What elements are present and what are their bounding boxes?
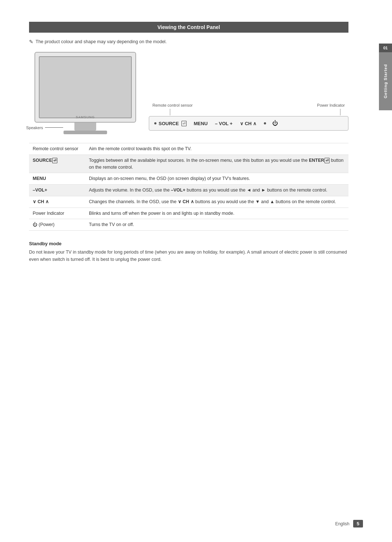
- separator-1: [189, 121, 191, 126]
- table-cell-desc: Turns the TV on or off.: [85, 219, 348, 231]
- table-cell-desc: Changes the channels. In the OSD, use th…: [85, 196, 348, 208]
- section-title: Viewing the Control Panel: [29, 22, 348, 33]
- control-panel-box: SOURCE ⏎ MENU – VOL + ∨ CH ∧ ⏻: [149, 116, 348, 131]
- source-icon-table: ⏎: [52, 158, 57, 163]
- tv-brand: SAMSUNG: [76, 115, 95, 119]
- tv-stand: [74, 123, 96, 131]
- speakers-line: [45, 127, 63, 128]
- dot-left: [154, 122, 156, 124]
- connector-line-left: [170, 109, 170, 115]
- table-cell-label: MENU: [29, 173, 85, 185]
- note-icon: ✎: [29, 39, 33, 45]
- enter-icon-table: ⏎: [324, 158, 330, 163]
- cp-labels-top: Remote control sensor Power Indicator: [149, 103, 348, 107]
- vol-button-label: – VOL +: [215, 121, 233, 126]
- table-row: Power Indicator Blinks and turns off whe…: [29, 208, 348, 219]
- standby-title: Standby mode: [29, 241, 348, 246]
- table-cell-label: Power Indicator: [29, 208, 85, 219]
- table-cell-label: SOURCE⏎: [29, 155, 85, 173]
- table-cell-desc: Displays an on-screen menu, the OSD (on …: [85, 173, 348, 185]
- separator-4: [259, 121, 261, 126]
- tv-illustration: SAMSUNG Speakers: [29, 52, 142, 134]
- table-cell-desc: Blinks and turns off when the power is o…: [85, 208, 348, 219]
- table-cell-label: Remote control sensor: [29, 143, 85, 155]
- diagram-area: SAMSUNG Speakers Remote control sensor P…: [29, 52, 348, 134]
- remote-sensor-label: Remote control sensor: [152, 103, 193, 107]
- separator-3: [235, 121, 237, 126]
- table-cell-label: ⏻ (Power): [29, 219, 85, 231]
- table-row: SOURCE⏎ Toggles between all the availabl…: [29, 155, 348, 173]
- table-cell-label: ∨ CH ∧: [29, 196, 85, 208]
- standby-text: Do not leave your TV in standby mode for…: [29, 249, 348, 263]
- table-cell-label: –VOL+: [29, 185, 85, 196]
- table-cell-desc: Aim the remote control towards this spot…: [85, 143, 348, 155]
- footer-language: English: [335, 521, 349, 526]
- speakers-label: Speakers: [26, 126, 43, 130]
- control-panel-diagram: Remote control sensor Power Indicator SO…: [142, 103, 348, 134]
- table-row: ⏻ (Power) Turns the TV on or off.: [29, 219, 348, 231]
- tv-screen-outer: SAMSUNG: [34, 52, 136, 123]
- separator-5: [269, 121, 270, 126]
- control-table: Remote control sensor Aim the remote con…: [29, 143, 348, 231]
- separator-2: [210, 121, 212, 126]
- standby-section: Standby mode Do not leave your TV in sta…: [29, 241, 348, 263]
- page-number: 5: [353, 520, 363, 527]
- power-button-icon: ⏻: [272, 120, 278, 127]
- table-row: ∨ CH ∧ Changes the channels. In the OSD,…: [29, 196, 348, 208]
- table-row: –VOL+ Adjusts the volume. In the OSD, us…: [29, 185, 348, 196]
- source-icon: ⏎: [181, 121, 187, 126]
- table-cell-desc: Adjusts the volume. In the OSD, use the …: [85, 185, 348, 196]
- page-footer: English 5: [335, 520, 363, 527]
- table-cell-desc: Toggles between all the available input …: [85, 155, 348, 173]
- note-text: The product colour and shape may vary de…: [36, 39, 167, 44]
- ch-button-label: ∨ CH ∧: [240, 121, 257, 126]
- power-indicator-label: Power Indicator: [317, 103, 345, 107]
- note-line: ✎ The product colour and shape may vary …: [29, 39, 363, 45]
- table-row: MENU Displays an on-screen menu, the OSD…: [29, 173, 348, 185]
- dot-right: [264, 122, 266, 124]
- source-button-label: SOURCE: [159, 121, 179, 126]
- connector-line-right: [340, 109, 340, 115]
- tv-screen-inner: [39, 56, 132, 118]
- table-row: Remote control sensor Aim the remote con…: [29, 143, 348, 155]
- tv-base: Speakers: [64, 131, 107, 134]
- menu-button-label: MENU: [194, 121, 208, 126]
